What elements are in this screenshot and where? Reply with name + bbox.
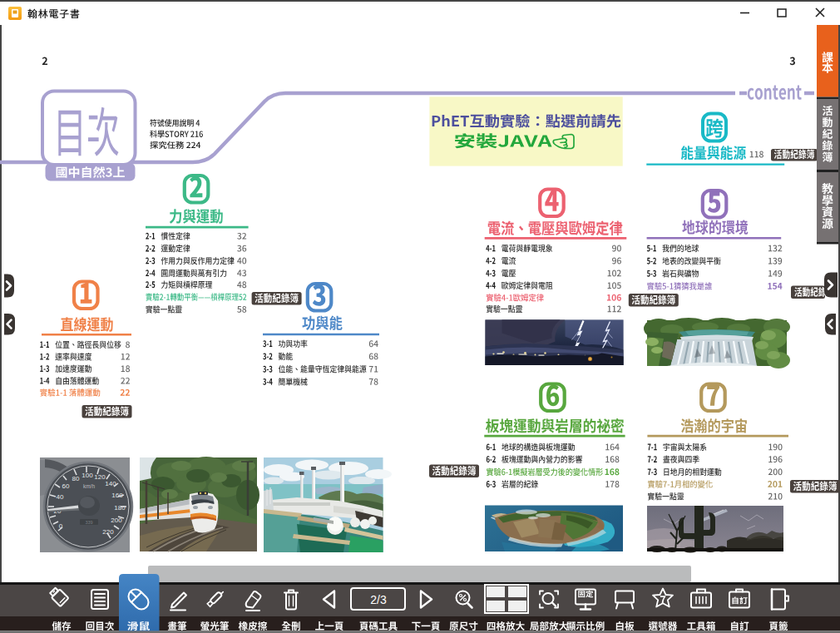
svg-text:200: 200 [111,517,122,524]
svg-text:2/3: 2/3 [370,593,387,606]
svg-text:km/h: km/h [83,483,95,489]
svg-text:220: 220 [102,528,114,536]
svg-text:100: 100 [82,472,93,479]
svg-text:180: 180 [114,504,126,512]
svg-text:140: 140 [105,480,116,487]
svg-text:160: 160 [111,492,123,499]
svg-text:80: 80 [72,475,80,482]
svg-text:339: 339 [85,520,92,525]
svg-text:40: 40 [57,493,64,501]
svg-text:0: 0 [59,522,63,530]
svg-text:60: 60 [62,482,70,490]
svg-text:120: 120 [94,473,106,481]
